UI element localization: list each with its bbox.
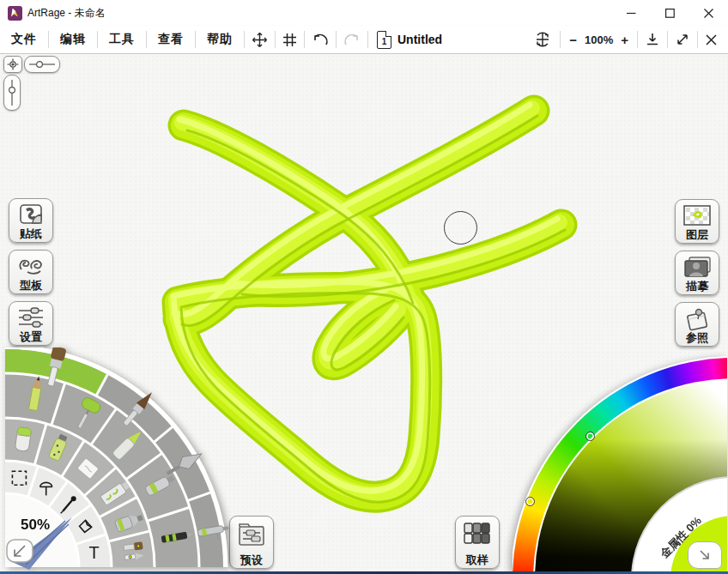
undo-icon	[312, 33, 329, 47]
redo-button[interactable]	[337, 33, 367, 47]
document-selector[interactable]: 1 Untitled	[368, 31, 451, 49]
tracing-icon	[682, 256, 712, 281]
download-panels-icon	[645, 33, 660, 47]
menu-view[interactable]: 查看	[147, 32, 195, 47]
rotate-view-icon	[532, 29, 553, 50]
maximize-icon	[665, 9, 675, 18]
document-page-badge: 1	[382, 38, 387, 46]
settings-panel-button[interactable]: 设置	[9, 301, 53, 346]
tracing-panel-button[interactable]: 描摹	[675, 251, 719, 295]
tool-size-label: 50%	[21, 517, 50, 533]
arrow-down-right-icon	[698, 548, 712, 562]
v-slider-icon	[7, 79, 17, 106]
layers-icon	[682, 204, 712, 230]
fullscreen-button[interactable]	[668, 32, 697, 47]
stickers-label: 贴纸	[20, 228, 42, 239]
position-crosshair-icon	[7, 58, 19, 70]
samples-grid-icon	[462, 521, 493, 550]
tracing-label: 描摹	[686, 281, 708, 292]
menu-edit[interactable]: 编辑	[49, 32, 97, 47]
reference-icon	[684, 307, 710, 335]
color-picker: 金属性 0%	[513, 356, 727, 572]
zoom-out-button[interactable]: −	[569, 33, 577, 47]
horizontal-scroll-slider[interactable]	[24, 56, 60, 73]
grid-button[interactable]	[276, 33, 304, 47]
brush-cursor	[444, 211, 477, 245]
grid-icon	[282, 33, 297, 47]
artrage-logo-icon	[8, 6, 22, 21]
collapse-picker-button[interactable]	[688, 541, 722, 569]
sticker-icon	[18, 203, 44, 229]
reference-panel-button[interactable]: 参照	[675, 302, 719, 347]
layers-label: 图层	[686, 229, 708, 240]
zoom-in-button[interactable]: +	[621, 33, 628, 47]
document-icon: 1	[377, 31, 391, 49]
window-title: ArtRage - 未命名	[27, 6, 106, 21]
hide-panels-button[interactable]	[638, 33, 667, 47]
presets-folder-icon	[236, 521, 267, 552]
color-field-marker[interactable]	[585, 432, 595, 441]
samples-button[interactable]: 取样	[455, 516, 500, 569]
pan-tool-button[interactable]	[245, 32, 275, 48]
presets-button[interactable]: 预设	[229, 516, 274, 569]
hue-marker[interactable]	[525, 497, 535, 506]
presets-label: 预设	[240, 554, 263, 565]
vertical-scroll-slider[interactable]	[3, 75, 21, 111]
stickers-panel-button[interactable]: 贴纸	[9, 198, 53, 243]
title-bar: ArtRage - 未命名	[0, 0, 728, 26]
text-tool-icon[interactable]: T	[89, 543, 100, 562]
stencil-icon	[17, 255, 45, 281]
artrage-window: ArtRage - 未命名 文件 编辑 工具 查看 帮助	[0, 0, 728, 574]
collapse-wheel-button[interactable]	[7, 540, 33, 562]
close-workbench-button[interactable]	[698, 33, 728, 46]
close-workbench-icon	[705, 33, 718, 46]
undo-button[interactable]	[305, 33, 336, 47]
pan-tool-icon	[252, 32, 268, 48]
settings-sliders-icon	[17, 306, 45, 332]
menu-bar: 文件 编辑 工具 查看 帮助	[0, 26, 728, 54]
stencils-label: 型板	[20, 280, 42, 291]
stencils-panel-button[interactable]: 型板	[9, 250, 53, 294]
menu-file[interactable]: 文件	[0, 32, 48, 47]
zoom-level: 100%	[585, 33, 613, 46]
redo-icon	[343, 33, 361, 47]
layers-panel-button[interactable]: 图层	[675, 199, 719, 244]
settings-label: 设置	[20, 331, 42, 342]
minimize-button[interactable]	[612, 0, 651, 26]
rotate-view-button[interactable]	[525, 29, 560, 50]
document-name: Untitled	[397, 33, 442, 46]
eraser-icon[interactable]	[15, 427, 32, 452]
maximize-button[interactable]	[651, 0, 689, 26]
close-window-button[interactable]	[689, 0, 728, 26]
close-icon	[704, 9, 713, 18]
minimize-icon	[627, 9, 636, 18]
samples-label: 取样	[466, 554, 488, 565]
tool-picker-wheel[interactable]: T 50%	[0, 347, 232, 572]
canvas-position-button[interactable]	[3, 56, 22, 73]
menu-help[interactable]: 帮助	[196, 32, 244, 47]
fullscreen-icon	[675, 32, 690, 47]
h-slider-icon	[28, 59, 56, 69]
menu-tools[interactable]: 工具	[98, 32, 146, 47]
